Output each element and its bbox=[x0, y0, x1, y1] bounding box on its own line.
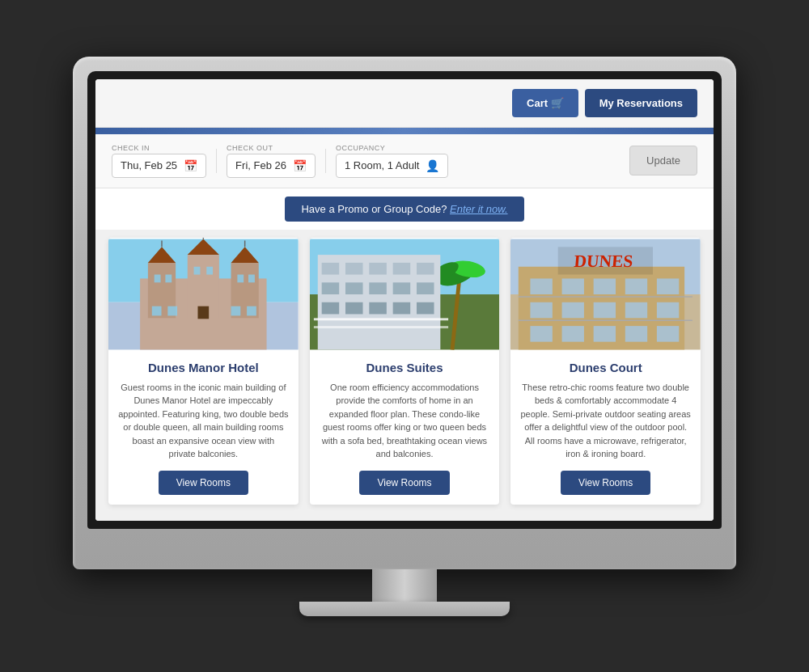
svg-rect-10 bbox=[165, 274, 172, 282]
hotel-name-manor: Dunes Manor Hotel bbox=[118, 361, 289, 374]
hotel-body-court: Dunes Court These retro-chic rooms featu… bbox=[510, 351, 701, 505]
reservations-button[interactable]: My Reservations bbox=[585, 89, 697, 117]
svg-rect-35 bbox=[321, 282, 339, 294]
svg-rect-58 bbox=[562, 302, 584, 318]
svg-rect-56 bbox=[657, 278, 679, 294]
hotel-img-suites bbox=[310, 238, 500, 351]
checkin-field: CHECK IN Thu, Feb 25 📅 bbox=[112, 144, 206, 178]
svg-rect-30 bbox=[321, 262, 339, 274]
checkin-input[interactable]: Thu, Feb 25 📅 bbox=[112, 154, 206, 178]
svg-rect-19 bbox=[247, 306, 256, 315]
svg-rect-12 bbox=[206, 266, 213, 274]
svg-rect-16 bbox=[167, 306, 177, 315]
checkin-calendar-icon: 📅 bbox=[184, 159, 197, 172]
checkout-field: CHECK OUT Fri, Feb 26 📅 bbox=[227, 144, 316, 178]
checkin-label: CHECK IN bbox=[112, 144, 206, 152]
hotel-img-court: DUNES bbox=[510, 238, 701, 351]
svg-rect-38 bbox=[392, 282, 410, 294]
svg-rect-53 bbox=[562, 278, 584, 294]
hotel-body-manor: Dunes Manor Hotel Guest rooms in the ico… bbox=[108, 351, 299, 505]
field-divider-2 bbox=[325, 149, 326, 173]
header-stripe bbox=[95, 128, 714, 134]
svg-rect-32 bbox=[369, 262, 387, 274]
svg-rect-44 bbox=[417, 302, 434, 314]
svg-rect-64 bbox=[594, 326, 616, 342]
svg-rect-39 bbox=[417, 282, 434, 294]
occupancy-field: OCCUPANCY 1 Room, 1 Adult 👤 bbox=[336, 144, 449, 178]
hotel-card-court: DUNES bbox=[510, 238, 701, 505]
svg-rect-61 bbox=[657, 302, 679, 318]
svg-rect-14 bbox=[248, 274, 255, 282]
svg-rect-63 bbox=[562, 326, 584, 342]
svg-rect-33 bbox=[392, 262, 410, 274]
svg-rect-60 bbox=[625, 302, 647, 318]
svg-rect-66 bbox=[657, 326, 679, 342]
svg-rect-13 bbox=[237, 274, 244, 282]
occupancy-label: OCCUPANCY bbox=[336, 144, 449, 152]
svg-rect-18 bbox=[231, 306, 241, 315]
checkout-label: CHECK OUT bbox=[227, 144, 316, 152]
hotel-card-manor: Dunes Manor Hotel Guest rooms in the ico… bbox=[108, 238, 299, 505]
svg-rect-40 bbox=[321, 302, 339, 314]
view-rooms-suites-button[interactable]: View Rooms bbox=[359, 471, 449, 495]
svg-rect-46 bbox=[314, 326, 448, 328]
monitor-neck bbox=[372, 569, 437, 602]
svg-rect-52 bbox=[531, 278, 553, 294]
occupancy-value: 1 Room, 1 Adult bbox=[345, 159, 420, 171]
promo-link[interactable]: Enter it now. bbox=[450, 203, 508, 215]
svg-rect-55 bbox=[625, 278, 647, 294]
monitor-screen: Cart 🛒 My Reservations CHECK IN Thu, Feb… bbox=[95, 79, 714, 521]
hotel-img-manor bbox=[108, 238, 299, 351]
hotel-desc-manor: Guest rooms in the iconic main building … bbox=[118, 381, 289, 461]
promo-text: Have a Promo or Group Code? bbox=[301, 203, 447, 215]
cart-button[interactable]: Cart 🛒 bbox=[512, 89, 578, 117]
hotels-grid: Dunes Manor Hotel Guest rooms in the ico… bbox=[95, 230, 714, 521]
checkout-input[interactable]: Fri, Feb 26 📅 bbox=[227, 154, 316, 178]
svg-rect-15 bbox=[152, 306, 162, 315]
occupancy-person-icon: 👤 bbox=[426, 159, 439, 172]
svg-rect-17 bbox=[197, 306, 209, 319]
svg-rect-45 bbox=[314, 318, 448, 320]
svg-rect-37 bbox=[369, 282, 387, 294]
svg-rect-43 bbox=[392, 302, 410, 314]
hotel-card-suites: Dunes Suites One room efficiency accommo… bbox=[310, 238, 500, 505]
svg-rect-59 bbox=[594, 302, 616, 318]
view-rooms-court-button[interactable]: View Rooms bbox=[561, 471, 650, 495]
monitor-base bbox=[299, 602, 510, 616]
svg-rect-42 bbox=[369, 302, 387, 314]
hotel-desc-suites: One room efficiency accommodations provi… bbox=[320, 381, 490, 461]
view-rooms-manor-button[interactable]: View Rooms bbox=[159, 471, 248, 495]
checkout-value: Fri, Feb 26 bbox=[235, 159, 286, 171]
field-divider-1 bbox=[216, 149, 217, 173]
svg-rect-57 bbox=[531, 302, 553, 318]
hotel-name-suites: Dunes Suites bbox=[320, 361, 490, 374]
svg-rect-41 bbox=[345, 302, 363, 314]
svg-text:DUNES: DUNES bbox=[574, 251, 634, 270]
update-button[interactable]: Update bbox=[629, 146, 697, 175]
checkin-value: Thu, Feb 25 bbox=[121, 159, 177, 171]
hotel-body-suites: Dunes Suites One room efficiency accommo… bbox=[310, 351, 500, 505]
svg-rect-31 bbox=[345, 262, 363, 274]
monitor-outer: Cart 🛒 My Reservations CHECK IN Thu, Feb… bbox=[73, 57, 736, 569]
promo-box: Have a Promo or Group Code? Enter it now… bbox=[285, 197, 523, 222]
site-header: Cart 🛒 My Reservations bbox=[95, 79, 714, 128]
svg-rect-54 bbox=[594, 278, 616, 294]
hotel-name-court: Dunes Court bbox=[520, 361, 691, 374]
svg-rect-34 bbox=[417, 262, 434, 274]
checkout-calendar-icon: 📅 bbox=[293, 159, 307, 172]
promo-bar: Have a Promo or Group Code? Enter it now… bbox=[95, 188, 714, 230]
occupancy-input[interactable]: 1 Room, 1 Adult 👤 bbox=[336, 154, 449, 178]
svg-rect-62 bbox=[531, 326, 553, 342]
search-bar: CHECK IN Thu, Feb 25 📅 CHECK OUT Fri, Fe… bbox=[95, 134, 714, 188]
svg-rect-65 bbox=[625, 326, 647, 342]
svg-rect-36 bbox=[345, 282, 363, 294]
hotel-desc-court: These retro-chic rooms feature two doubl… bbox=[520, 381, 691, 461]
svg-rect-9 bbox=[155, 274, 161, 282]
svg-rect-11 bbox=[194, 266, 201, 274]
monitor-bezel: Cart 🛒 My Reservations CHECK IN Thu, Feb… bbox=[87, 71, 722, 529]
monitor: Cart 🛒 My Reservations CHECK IN Thu, Feb… bbox=[73, 57, 736, 616]
